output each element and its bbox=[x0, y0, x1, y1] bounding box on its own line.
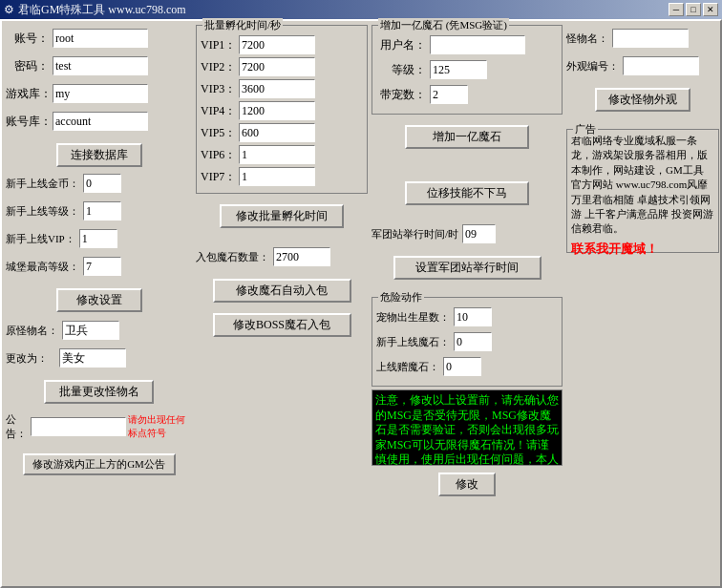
vip2-label: VIP2： bbox=[201, 59, 239, 75]
move-skill-button[interactable]: 位移技能不下马 bbox=[405, 181, 529, 205]
batch-hatch-title: 批量孵化时间/秒 bbox=[202, 18, 283, 32]
notice-hint: 请勿出现任何标点符号 bbox=[128, 413, 192, 440]
right-area: 增加一亿魔石 (凭MSG验证) 用户名： 等级： 带宠数： bbox=[372, 25, 719, 582]
equip-count-input[interactable] bbox=[430, 85, 468, 104]
account-input[interactable] bbox=[53, 29, 148, 48]
add-demon-button[interactable]: 增加一亿魔石 bbox=[405, 125, 529, 149]
pet-star-label: 宠物出生星数： bbox=[376, 310, 450, 325]
warning-text: 注意，修改以上设置前，请先确认您的MSG是否受待无限，MSG修改魔石是否需要验证… bbox=[372, 389, 563, 466]
new-level-input[interactable] bbox=[83, 201, 121, 220]
new-gold-label: 新手上线金币： bbox=[6, 177, 79, 191]
appearance-label: 外观编号： bbox=[566, 59, 619, 74]
app-icon: ⚙ bbox=[4, 3, 14, 17]
accountdb-label: 账号库： bbox=[6, 114, 49, 130]
vip1-label: VIP1： bbox=[201, 37, 239, 53]
connect-db-button[interactable]: 连接数据库 bbox=[56, 143, 142, 167]
username-input[interactable] bbox=[430, 35, 525, 54]
danger-group: 危险动作 宠物出生星数： 新手上线魔石： 上线赠魔石： bbox=[372, 297, 563, 387]
vip1-input[interactable] bbox=[239, 35, 315, 54]
modify-appearance-button[interactable]: 修改怪物外观 bbox=[595, 88, 690, 112]
army-time-input[interactable] bbox=[462, 224, 496, 243]
castle-max-label: 城堡最高等级： bbox=[6, 260, 79, 274]
new-gold-input[interactable] bbox=[83, 174, 121, 193]
batch-change-monster-button[interactable]: 批量更改怪物名 bbox=[44, 380, 154, 404]
auto-pack-input[interactable] bbox=[273, 247, 330, 266]
ad-link[interactable]: 联系我开魔域！ bbox=[571, 242, 658, 256]
vip5-label: VIP5： bbox=[201, 125, 239, 141]
vip6-input[interactable] bbox=[239, 145, 315, 164]
notice-label: 公告： bbox=[6, 412, 27, 441]
modify-boss-pack-button[interactable]: 修改BOSS魔石入包 bbox=[213, 313, 351, 337]
castle-max-input[interactable] bbox=[83, 257, 121, 276]
app-title: 君临GM特殊工具 www.uc798.com bbox=[18, 2, 186, 18]
army-time-label: 军团站举行时间/时 bbox=[372, 227, 458, 242]
account-label: 账号： bbox=[6, 31, 49, 47]
new-vip-input[interactable] bbox=[79, 229, 117, 248]
add-demon-title: 增加一亿魔石 (凭MSG验证) bbox=[378, 18, 509, 32]
online-gift-input[interactable] bbox=[443, 357, 481, 376]
modify-auto-pack-button[interactable]: 修改魔石自动入包 bbox=[213, 279, 351, 303]
password-input[interactable] bbox=[53, 56, 148, 75]
vip5-input[interactable] bbox=[239, 123, 315, 142]
add-demon-section: 增加一亿魔石 (凭MSG验证) 用户名： 等级： 带宠数： bbox=[372, 25, 563, 582]
main-window: 账号： 密码： 游戏库： 账号库： 连接数据库 新手上线金币： bbox=[0, 19, 722, 588]
minimize-button[interactable]: ─ bbox=[669, 3, 684, 16]
set-army-button[interactable]: 设置军团站举行时间 bbox=[393, 256, 542, 280]
auto-pack-label: 入包魔石数量： bbox=[196, 250, 269, 264]
monster-name-label: 怪物名： bbox=[566, 32, 608, 46]
middle-column: 批量孵化时间/秒 VIP1： VIP2： VIP3： VIP4： bbox=[196, 25, 368, 582]
maximize-button[interactable]: □ bbox=[686, 3, 701, 16]
gamedb-input[interactable] bbox=[53, 84, 148, 103]
ad-text: 君临网络专业魔域私服一条龙，游戏架设服务器相用，版本制作，网站建设，GM工具 官… bbox=[571, 134, 714, 237]
accountdb-input[interactable] bbox=[53, 112, 148, 131]
ad-title: 广告 bbox=[573, 122, 598, 136]
online-gift-label: 上线赠魔石： bbox=[376, 360, 439, 374]
equip-count-label: 带宠数： bbox=[378, 87, 426, 103]
vip4-input[interactable] bbox=[239, 101, 315, 120]
danger-title: 危险动作 bbox=[378, 290, 424, 304]
new-level-label: 新手上线等级： bbox=[6, 204, 79, 219]
modify-settings-button[interactable]: 修改设置 bbox=[56, 288, 142, 312]
password-label: 密码： bbox=[6, 58, 49, 74]
left-column: 账号： 密码： 游戏库： 账号库： 连接数据库 新手上线金币： bbox=[6, 25, 192, 582]
ad-group: 广告 君临网络专业魔域私服一条龙，游戏架设服务器相用，版本制作，网站建设，GM工… bbox=[566, 129, 719, 253]
monster-name-input[interactable] bbox=[612, 29, 689, 48]
modify-danger-button[interactable]: 修改 bbox=[438, 472, 496, 496]
level-input[interactable] bbox=[430, 60, 487, 79]
modify-batch-hatch-button[interactable]: 修改批量孵化时间 bbox=[220, 204, 344, 228]
batch-hatch-group: 批量孵化时间/秒 VIP1： VIP2： VIP3： VIP4： bbox=[196, 25, 368, 194]
vip3-label: VIP3： bbox=[201, 81, 239, 97]
warning-content: 注意，修改以上设置前，请先确认您的MSG是否受待无限，MSG修改魔石是否需要验证… bbox=[375, 393, 559, 466]
new-vip-label: 新手上线VIP： bbox=[6, 232, 75, 246]
username-label: 用户名： bbox=[378, 37, 426, 53]
vip6-label: VIP6： bbox=[201, 147, 239, 163]
close-button[interactable]: ✕ bbox=[703, 3, 718, 16]
vip7-label: VIP7： bbox=[201, 169, 239, 185]
new-online-demon-label: 新手上线魔石： bbox=[376, 335, 450, 349]
original-monster-input[interactable] bbox=[62, 321, 119, 340]
title-bar: ⚙ 君临GM特殊工具 www.uc798.com ─ □ ✕ bbox=[0, 0, 722, 19]
new-online-demon-input[interactable] bbox=[454, 332, 492, 351]
modify-notice-button[interactable]: 修改游戏内正上方的GM公告 bbox=[23, 453, 176, 475]
appearance-input[interactable] bbox=[623, 56, 699, 75]
vip3-input[interactable] bbox=[239, 79, 315, 98]
vip7-input[interactable] bbox=[239, 167, 315, 186]
change-to-label: 更改为： bbox=[6, 351, 48, 366]
vip4-label: VIP4： bbox=[201, 103, 239, 119]
level-label: 等级： bbox=[378, 62, 426, 78]
add-demon-group: 增加一亿魔石 (凭MSG验证) 用户名： 等级： 带宠数： bbox=[372, 25, 563, 115]
vip2-input[interactable] bbox=[239, 57, 315, 76]
pet-star-input[interactable] bbox=[454, 307, 492, 326]
change-to-input[interactable] bbox=[59, 348, 126, 368]
gamedb-label: 游戏库： bbox=[6, 86, 49, 102]
notice-input[interactable] bbox=[31, 417, 126, 436]
far-right-section: 怪物名： 外观编号： 修改怪物外观 广告 君临网络专业魔域私服一条龙，游戏架设服… bbox=[566, 25, 719, 582]
original-monster-label: 原怪物名： bbox=[6, 324, 58, 338]
